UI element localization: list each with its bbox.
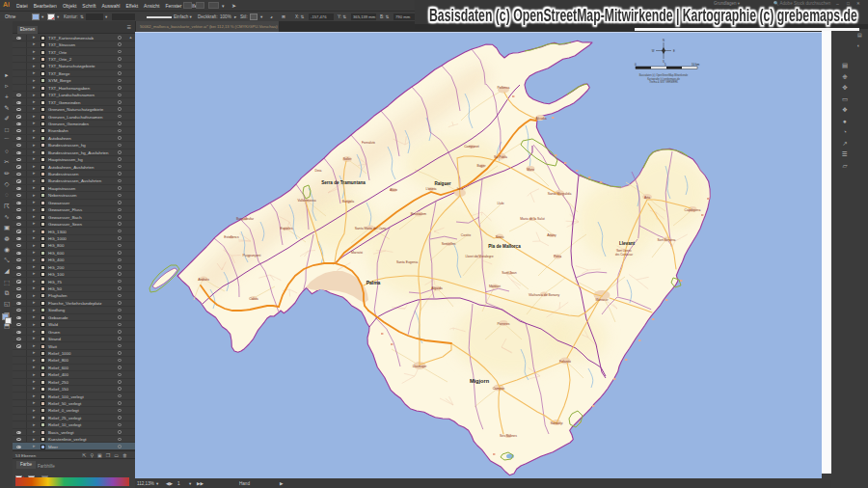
svg-text:10 km: 10 km	[692, 63, 700, 67]
svg-text:Valldemossa: Valldemossa	[297, 199, 315, 203]
svg-text:Marratxi: Marratxi	[351, 251, 363, 255]
svg-text:Esporles: Esporles	[280, 227, 292, 230]
svg-text:Inca: Inca	[457, 187, 464, 191]
svg-text:Santa Eugenia: Santa Eugenia	[396, 260, 418, 264]
svg-text:Pollenca: Pollenca	[497, 86, 509, 90]
svg-text:Llubi: Llubi	[497, 202, 503, 205]
svg-text:Migjorn: Migjorn	[470, 378, 490, 384]
svg-text:Arta: Arta	[644, 196, 650, 200]
svg-text:Santanyi: Santanyi	[550, 421, 562, 425]
svg-text:Lloret de Vistalegre: Lloret de Vistalegre	[465, 255, 493, 258]
svg-text:Algaida: Algaida	[431, 286, 442, 290]
svg-text:Sa Pobla: Sa Pobla	[494, 155, 507, 159]
svg-text:Montuiri: Montuiri	[489, 285, 501, 288]
svg-text:W: W	[652, 49, 655, 53]
svg-text:Santa Margalida: Santa Margalida	[548, 192, 572, 196]
svg-text:Fornalutx: Fornalutx	[362, 141, 375, 145]
svg-text:Calvia: Calvia	[249, 297, 258, 301]
svg-text:Llucmajor: Llucmajor	[413, 365, 428, 368]
svg-text:Maria de la Salut: Maria de la Salut	[520, 217, 545, 221]
svg-text:Ses Salines: Ses Salines	[500, 434, 517, 438]
svg-text:Costitx: Costitx	[461, 233, 472, 237]
svg-text:E: E	[673, 49, 675, 53]
svg-text:Pla de Mallorca: Pla de Mallorca	[488, 244, 521, 249]
svg-text:Raiguer: Raiguer	[434, 181, 450, 186]
svg-text:Sineu: Sineu	[496, 235, 504, 239]
svg-text:Petra: Petra	[554, 255, 561, 258]
svg-text:Sant Joan: Sant Joan	[502, 271, 516, 275]
svg-text:Puigpunyent: Puigpunyent	[243, 254, 261, 258]
svg-text:Capdepera: Capdepera	[685, 208, 701, 212]
svg-text:Felanitx: Felanitx	[559, 360, 571, 364]
svg-text:Son Servera: Son Servera	[658, 238, 676, 242]
svg-text:Estellencs: Estellencs	[224, 235, 239, 239]
svg-text:Muro: Muro	[527, 168, 534, 172]
svg-text:N: N	[663, 39, 665, 42]
svg-text:Porreres: Porreres	[497, 322, 509, 326]
svg-text:Alaro: Alaro	[390, 188, 397, 192]
svg-text:Thema & GIS: VERMERK: Thema & GIS: VERMERK	[649, 80, 678, 84]
svg-text:Andratx: Andratx	[198, 278, 209, 282]
svg-text:Vilafranca de Bonany: Vilafranca de Bonany	[529, 293, 559, 297]
svg-text:Buger: Buger	[476, 164, 486, 168]
svg-text:Kartografie (c) grebemaps.de: Kartografie (c) grebemaps.de	[647, 77, 680, 81]
svg-text:Campanet: Campanet	[464, 145, 479, 149]
svg-text:Llevant: Llevant	[619, 241, 636, 246]
svg-text:Soller: Soller	[343, 157, 353, 161]
svg-text:Bunyola: Bunyola	[342, 200, 354, 203]
svg-text:Ariany: Ariany	[547, 233, 556, 237]
svg-text:Serra de Tramuntana: Serra de Tramuntana	[321, 180, 366, 185]
svg-text:Palma: Palma	[366, 280, 381, 285]
svg-text:Basisdaten (c) OpenStreetMap-M: Basisdaten (c) OpenStreetMap-Mitwirkende	[639, 73, 689, 77]
svg-text:Deia: Deia	[315, 169, 322, 173]
svg-text:Campos: Campos	[493, 387, 505, 391]
svg-text:Binissalem: Binissalem	[411, 212, 427, 216]
svg-text:Santa Maria del Cami: Santa Maria del Cami	[355, 227, 387, 230]
svg-text:Sencelles: Sencelles	[442, 242, 456, 246]
svg-text:Lloseta: Lloseta	[426, 187, 437, 191]
svg-text:Banyalbufar: Banyalbufar	[236, 217, 255, 221]
svg-text:Alcudia: Alcudia	[535, 117, 546, 121]
svg-text:Manacor: Manacor	[595, 298, 609, 302]
svg-text:des Cardassar: des Cardassar	[615, 253, 633, 257]
